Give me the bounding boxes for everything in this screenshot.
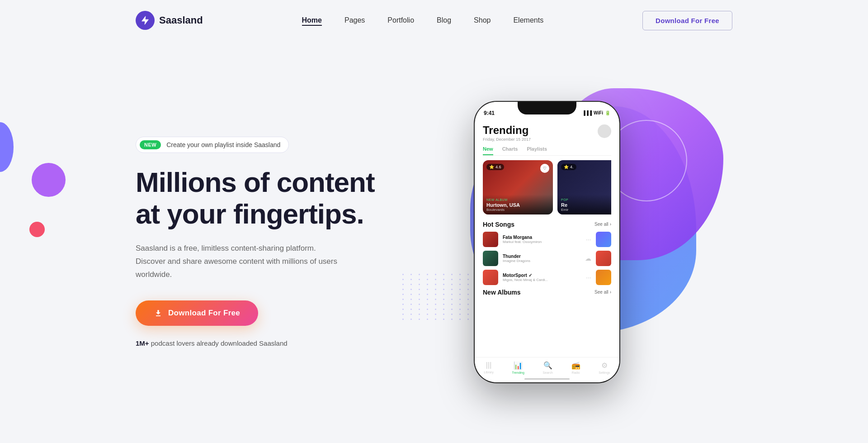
phone-status-icons: ▐▐▐ WiFi 🔋 [582,109,610,115]
song-3-thumb [483,270,498,285]
hero-title: Millions of content at your fingertips. [136,167,389,229]
song-1-info: Fata Morgana Markul feat. Oxxxymiron [503,235,581,244]
nav-download-button[interactable]: Download For Free [642,11,732,30]
phone-tab-playlists[interactable]: Playlists [527,146,547,155]
nav-item-blog[interactable]: Blog [437,16,451,24]
song-1-thumb [483,232,498,247]
song-3-artist: Migos, Nicki Minaj & Cardi... [503,278,581,282]
nav-link-blog[interactable]: Blog [437,16,451,24]
phone-signal-icon: ▐▐▐ [582,110,592,115]
card-1-artist: Boulevards [486,208,549,212]
song-1-name: Fata Morgana [503,235,581,240]
song-2-thumb [483,251,498,266]
dots-pattern [402,274,484,355]
hot-songs-header: Hot Songs See all › [483,221,611,228]
settings-label: Settings [599,371,610,374]
phone-battery-icon: 🔋 [605,110,610,115]
nav-link-portfolio[interactable]: Portfolio [387,16,414,24]
card-1-heart: ♡ [540,164,549,173]
nav-item-portfolio[interactable]: Portfolio [387,16,414,24]
download-icon [154,309,163,318]
song-2-info: Thunder Imagine Dragons [503,254,580,263]
nav-link-pages[interactable]: Pages [344,16,365,24]
nav-item-shop[interactable]: Shop [474,16,491,24]
badge-label: NEW [140,140,161,149]
nav-item-pages[interactable]: Pages [344,16,365,24]
phone-card-1: ⭐ 4.6 ♡ NEW ALBUM Hurtown, USA Boulevard… [483,160,553,214]
phone-tab-charts[interactable]: Charts [502,146,518,155]
song-2-cloud[interactable]: ☁ [585,255,591,262]
brand-icon [136,11,155,30]
song-3-info: MotorSport ✓ Migos, Nicki Minaj & Cardi.… [503,273,581,282]
new-albums-see-all[interactable]: See all › [594,290,611,295]
nav-item-elements[interactable]: Elements [513,16,543,24]
phone-nav-library[interactable]: ||| Library [484,361,493,374]
phone-avatar [598,124,611,138]
card-1-title: Hurtown, USA [486,202,549,208]
search-label: Search [543,371,553,374]
hot-songs-see-all[interactable]: See all › [594,222,611,227]
radio-label: Radio [571,371,580,374]
new-albums-header: New Albums See all › [483,289,611,296]
song-3-more[interactable]: ··· [586,274,591,281]
blob-left-blue [0,122,14,172]
brand-name: Saasland [159,14,203,26]
phone-nav-settings[interactable]: ⚙ Settings [599,361,610,374]
phone-card-2: ⭐ 4. POP Re Emir [557,160,611,214]
navbar: Saasland Home Pages Portfolio Blog Shop … [0,0,868,41]
song-2-name: Thunder [503,254,580,259]
song-item-1: Fata Morgana Markul feat. Oxxxymiron ··· [483,232,611,247]
search-icon: 🔍 [543,361,552,370]
phone-nav-search[interactable]: 🔍 Search [543,361,553,374]
phone-home-indicator [524,378,570,380]
blob-left-pink [29,222,45,237]
phone-tabs: New Charts Playlists [483,146,611,156]
hero-description: Saasland is a free, limitless content-sh… [136,242,339,281]
nav-link-home[interactable]: Home [302,16,322,26]
phone-screen: 9:41 ▐▐▐ WiFi 🔋 Trending Friday, Decembe… [475,102,619,382]
phone-date: Friday, December 15 2017 [483,137,531,142]
library-icon: ||| [486,361,491,369]
brand-logo-container[interactable]: Saasland [136,11,203,30]
card-2-label: POP Re Emir [557,195,611,214]
phone-nav-radio[interactable]: 📻 Radio [571,361,580,374]
phone-notch [518,102,576,114]
hero-stats: 1M+ podcast lovers already downloaded Sa… [136,339,389,347]
nav-item-home[interactable]: Home [302,16,322,24]
hot-songs-title: Hot Songs [483,221,514,228]
song-2-right-thumb [596,251,611,266]
phone-nav-trending[interactable]: 📊 Trending [512,361,524,374]
nav-link-elements[interactable]: Elements [513,16,543,24]
phone-wifi-icon: WiFi [594,110,603,115]
song-1-more[interactable]: ··· [586,236,591,243]
card-2-rating: ⭐ 4. [561,164,576,170]
song-item-3: MotorSport ✓ Migos, Nicki Minaj & Cardi.… [483,270,611,285]
nav-links: Home Pages Portfolio Blog Shop Elements [302,16,544,24]
radio-icon: 📻 [571,361,580,370]
phone-mockup: 9:41 ▐▐▐ WiFi 🔋 Trending Friday, Decembe… [475,102,619,382]
svg-marker-0 [142,16,149,24]
trending-icon: 📊 [514,361,523,370]
song-1-artist: Markul feat. Oxxxymiron [503,240,581,244]
hero-content: NEW Create your own playlist inside Saas… [136,137,389,347]
card-1-tag: NEW ALBUM [486,198,549,201]
phone-time: 9:41 [484,108,495,116]
card-2-title: Re [561,202,611,208]
new-badge: NEW Create your own playlist inside Saas… [136,137,289,153]
phone-album-cards: ⭐ 4.6 ♡ NEW ALBUM Hurtown, USA Boulevard… [483,160,611,214]
card-1-rating: ⭐ 4.6 [486,164,504,170]
song-3-name: MotorSport ✓ [503,273,581,278]
nav-link-shop[interactable]: Shop [474,16,491,24]
card-2-tag: POP [561,198,611,201]
card-1-label: NEW ALBUM Hurtown, USA Boulevards [483,195,553,214]
song-item-2: Thunder Imagine Dragons ☁ [483,251,611,266]
badge-text: Create your own playlist inside Saasland [166,141,280,148]
song-2-artist: Imagine Dragons [503,259,580,263]
phone-content: Trending Friday, December 15 2017 New Ch… [475,102,619,382]
hero-download-label: Download For Free [168,309,240,318]
trending-label: Trending [512,371,524,374]
phone-tab-new[interactable]: New [483,146,493,155]
song-3-right-thumb [596,270,611,285]
hero-download-button[interactable]: Download For Free [136,300,258,326]
phone-page-title: Trending [483,124,531,136]
